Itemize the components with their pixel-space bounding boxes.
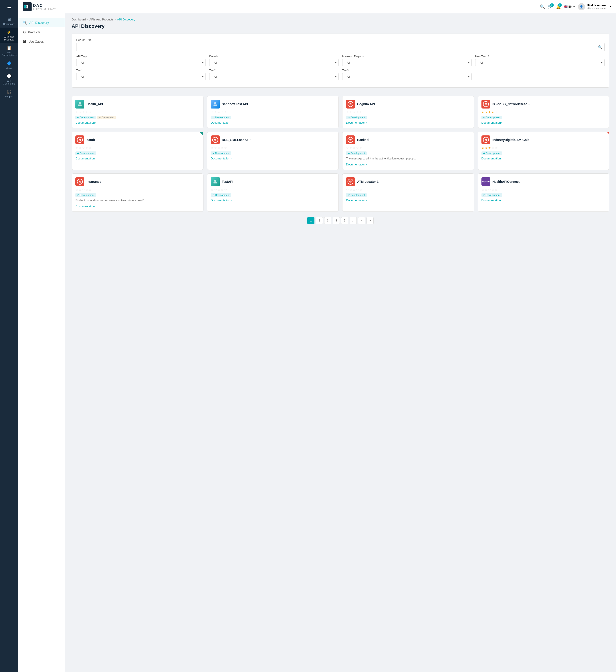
- star-1[interactable]: ☆: [75, 188, 78, 191]
- api-card-3gpp[interactable]: API 3GPP SS_NetworkReso... ★★★★☆ ⇄Develo…: [478, 96, 610, 128]
- page-last-button[interactable]: »: [366, 217, 374, 224]
- star-3[interactable]: ☆: [217, 110, 220, 114]
- star-4[interactable]: ☆: [85, 110, 88, 114]
- star-5[interactable]: ☆: [495, 188, 498, 191]
- cart-button[interactable]: 🛒 0: [548, 4, 553, 9]
- documentation-link[interactable]: Documentation ›: [481, 199, 606, 202]
- sub-sidebar-api-discovery[interactable]: 🔍 API Discovery: [18, 18, 65, 27]
- star-4[interactable]: ☆: [221, 188, 224, 191]
- star-1[interactable]: ☆: [346, 146, 349, 150]
- sub-sidebar-products[interactable]: ⚙ Products: [18, 27, 65, 37]
- documentation-link[interactable]: Documentation ›: [346, 163, 470, 166]
- star-1[interactable]: ★: [481, 146, 484, 150]
- star-3[interactable]: ☆: [82, 110, 85, 114]
- star-3[interactable]: ☆: [353, 110, 356, 114]
- documentation-link[interactable]: Documentation ›: [75, 121, 200, 124]
- markets-regions-select[interactable]: - All -: [342, 59, 472, 66]
- star-4[interactable]: ☆: [85, 146, 88, 150]
- star-4[interactable]: ☆: [356, 146, 359, 150]
- page-next-button[interactable]: ›: [358, 217, 365, 224]
- sidebar-item-dashboard[interactable]: ⊞ Dashboard: [0, 15, 18, 28]
- star-1[interactable]: ★: [481, 110, 484, 114]
- documentation-link[interactable]: Documentation ›: [346, 199, 470, 202]
- star-3[interactable]: ★: [488, 146, 491, 150]
- api-card-industry-digital[interactable]: Campaign API API IndustryDigitalCAM-Gold…: [478, 132, 610, 170]
- sidebar-item-apis-products[interactable]: ⚡ APIs and Products: [0, 28, 18, 43]
- star-3[interactable]: ★: [488, 110, 491, 114]
- sidebar-item-support[interactable]: 🎧 Support: [0, 87, 18, 100]
- star-5[interactable]: ☆: [89, 188, 92, 191]
- star-3[interactable]: ☆: [353, 146, 356, 150]
- documentation-link[interactable]: Documentation ›: [481, 121, 606, 124]
- star-5[interactable]: ☆: [89, 110, 92, 114]
- star-4[interactable]: ☆: [221, 146, 224, 150]
- notifications-button[interactable]: 🔔 0: [556, 4, 561, 9]
- test2-select[interactable]: - All -: [209, 73, 339, 80]
- star-4[interactable]: ☆: [491, 188, 494, 191]
- star-2[interactable]: ☆: [349, 110, 352, 114]
- documentation-link[interactable]: Documentation ›: [211, 121, 335, 124]
- star-3[interactable]: ☆: [217, 146, 220, 150]
- star-4[interactable]: ☆: [491, 146, 494, 150]
- api-card-rcb-smeloansapi[interactable]: API RCB_SMELoansAPI ☆☆☆☆☆ ⇄Development D…: [207, 132, 339, 170]
- star-3[interactable]: ☆: [488, 188, 491, 191]
- star-5[interactable]: ☆: [359, 188, 362, 191]
- api-card-health-api-connect[interactable]: AsyncAPI HealthAPIConnect ☆☆☆☆☆ ⇄Develop…: [478, 173, 610, 212]
- page-1-button[interactable]: 1: [307, 217, 314, 224]
- star-4[interactable]: ★: [491, 110, 494, 114]
- sub-sidebar-use-cases[interactable]: 🖼 Use Cases: [18, 37, 65, 46]
- search-submit-button[interactable]: 🔍: [598, 45, 602, 49]
- api-card-atm-locator[interactable]: API ATM Locator 1 ☆☆☆☆☆ ⇄Development Doc…: [342, 173, 474, 212]
- star-2[interactable]: ☆: [214, 110, 217, 114]
- api-card-oauth[interactable]: Free API oauth ☆☆☆☆☆ ⇄Development Docume…: [72, 132, 203, 170]
- star-5[interactable]: ☆: [495, 146, 498, 150]
- star-3[interactable]: ☆: [82, 188, 85, 191]
- documentation-link[interactable]: Documentation ›: [481, 157, 606, 160]
- star-1[interactable]: ☆: [211, 146, 214, 150]
- user-menu[interactable]: 👤 Hi ekta umare ekta.u+pconsume... ▾: [578, 3, 612, 10]
- sidebar-item-apps[interactable]: 🔷 Apps: [0, 59, 18, 72]
- star-5[interactable]: ☆: [495, 110, 498, 114]
- documentation-link[interactable]: Documentation ›: [211, 199, 335, 202]
- page-5-button[interactable]: 5: [341, 217, 348, 224]
- star-1[interactable]: ☆: [75, 110, 78, 114]
- domain-select[interactable]: - All -: [209, 59, 339, 66]
- star-2[interactable]: ★: [485, 146, 488, 150]
- sidebar-item-api-subscriptions[interactable]: 📋 API Subscriptions: [0, 43, 18, 59]
- star-1[interactable]: ☆: [75, 146, 78, 150]
- star-5[interactable]: ☆: [224, 188, 227, 191]
- search-button[interactable]: 🔍: [540, 4, 545, 9]
- star-4[interactable]: ☆: [221, 110, 224, 114]
- star-1[interactable]: ☆: [346, 188, 349, 191]
- api-tags-select[interactable]: - All -: [76, 59, 206, 66]
- language-selector[interactable]: 🇬🇧 EN ▾: [564, 5, 575, 8]
- star-5[interactable]: ☆: [359, 110, 362, 114]
- star-1[interactable]: ☆: [211, 188, 214, 191]
- api-card-testapi[interactable]: TestAPI ☆☆☆☆☆ ⇄Development Documentation…: [207, 173, 339, 212]
- star-2[interactable]: ☆: [485, 188, 488, 191]
- test3-select[interactable]: - All -: [342, 73, 472, 80]
- api-card-insurance[interactable]: API Insurance ☆☆☆☆☆ ⇄Development Find ou…: [72, 173, 203, 212]
- star-5[interactable]: ☆: [89, 146, 92, 150]
- star-4[interactable]: ☆: [85, 188, 88, 191]
- star-3[interactable]: ☆: [82, 146, 85, 150]
- star-2[interactable]: ☆: [349, 146, 352, 150]
- star-5[interactable]: ☆: [224, 146, 227, 150]
- documentation-link[interactable]: Documentation ›: [211, 157, 335, 160]
- documentation-link[interactable]: Documentation ›: [346, 121, 470, 124]
- api-card-sandbox-test-api[interactable]: Sandbox Test API ☆☆☆☆☆ ⇄Development Docu…: [207, 96, 339, 128]
- star-2[interactable]: ★: [485, 110, 488, 114]
- star-2[interactable]: ☆: [79, 146, 82, 150]
- star-1[interactable]: ☆: [211, 110, 214, 114]
- star-2[interactable]: ☆: [214, 188, 217, 191]
- breadcrumb-dashboard[interactable]: Dashboard: [72, 18, 86, 21]
- documentation-link[interactable]: Documentation ›: [75, 157, 200, 160]
- star-4[interactable]: ☆: [356, 110, 359, 114]
- breadcrumb-apis-products[interactable]: APIs And Products: [89, 18, 113, 21]
- star-2[interactable]: ☆: [349, 188, 352, 191]
- star-1[interactable]: ☆: [346, 110, 349, 114]
- api-card-bankapi[interactable]: API Bankapi ☆☆☆☆☆ ⇄Development The messa…: [342, 132, 474, 170]
- star-2[interactable]: ☆: [79, 188, 82, 191]
- new-term-1-select[interactable]: - All -: [475, 59, 605, 66]
- hamburger-menu[interactable]: ☰: [4, 2, 14, 13]
